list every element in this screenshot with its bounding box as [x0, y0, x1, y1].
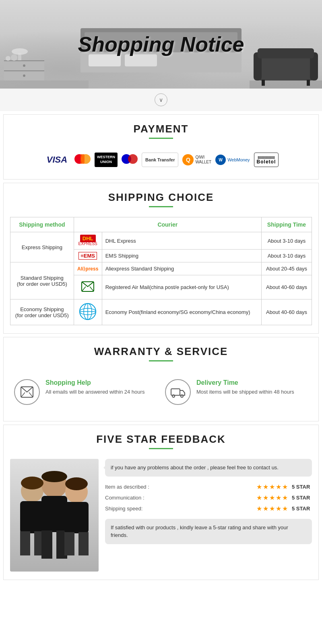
svg-point-5	[23, 74, 25, 77]
standard-method: Standard Shipping(for order over USD5)	[10, 262, 74, 299]
svg-line-24	[90, 287, 94, 291]
shopping-help-title: Shopping Help	[45, 379, 144, 386]
chevron-down-icon: ∨	[155, 93, 167, 106]
svg-rect-47	[64, 532, 74, 555]
rating-label-ship: Shipping speed:	[105, 506, 253, 512]
svg-line-31	[21, 392, 25, 397]
western-union-logo: WESTERNUNION	[95, 153, 118, 167]
payment-logos-row: VISA WESTERNUNION Bank Transfer Q QIWIWA…	[10, 149, 312, 171]
ems-time: About 3-10 days	[261, 250, 312, 262]
shipping-title: SHIPPING CHOICE	[10, 191, 312, 211]
dhl-courier-logo: DHL EXPRESS	[74, 232, 102, 250]
delivery-time-text: Delivery Time Most items will be shipped…	[196, 379, 294, 396]
airmail-icon	[80, 279, 96, 295]
rating-row-item: Item as described : ★★★★★ 5 STAR	[105, 481, 312, 492]
warranty-title: WARRANTY & SERVICE	[10, 345, 312, 365]
star-count-comm: 5 STAR	[292, 495, 312, 501]
shipping-table: Shipping method Courier Shipping Time Ex…	[10, 217, 312, 325]
svg-rect-10	[250, 80, 322, 89]
svg-rect-14	[258, 48, 314, 58]
boleto-logo: ||||||||||||||||||| Boletol	[254, 153, 279, 167]
col-header-courier: Courier	[74, 217, 261, 232]
warranty-grid: Shopping Help All emails will be answere…	[10, 371, 312, 413]
warranty-section: WARRANTY & SERVICE Shopping Help All ema…	[3, 337, 319, 421]
svg-rect-46	[64, 502, 89, 533]
payment-title: PAYMENT	[10, 123, 312, 142]
airmail-courier-logo	[74, 275, 102, 299]
shipping-section: SHIPPING CHOICE Shipping method Courier …	[3, 183, 319, 334]
svg-point-4	[23, 64, 25, 67]
svg-rect-16	[307, 80, 310, 86]
svg-rect-11	[258, 56, 314, 80]
dhl-courier-name: DHL Express	[102, 232, 261, 250]
svg-rect-48	[78, 532, 89, 555]
star-count-item: 5 STAR	[292, 484, 312, 490]
un-courier-logo	[74, 299, 102, 325]
warranty-item-delivery: Delivery Time Most items will be shipped…	[165, 379, 308, 405]
ratings-table: Item as described : ★★★★★ 5 STAR Communi…	[105, 481, 312, 514]
rating-label-item: Item as described :	[105, 484, 253, 490]
feedback-content: if you have any problems about the order…	[10, 459, 312, 572]
svg-point-51	[65, 477, 88, 490]
ali-courier-name: Aliexpress Standard Shipping	[102, 262, 261, 275]
rating-row-comm: Communication : ★★★★★ 5 STAR	[105, 492, 312, 503]
svg-rect-3	[4, 70, 44, 71]
stars-ship: ★★★★★	[256, 505, 289, 512]
table-row: Standard Shipping(for order over USD5) A…	[10, 262, 312, 275]
hero-title: Shopping Notice	[78, 32, 244, 56]
svg-rect-39	[20, 531, 30, 555]
svg-rect-2	[4, 60, 44, 61]
economy-courier-name: Economy Post(finland economy/SG economy/…	[102, 299, 261, 325]
table-row: Economy Shipping(for order under USD5) E…	[10, 299, 312, 325]
chevron-container: ∨	[0, 89, 322, 111]
stars-item: ★★★★★	[256, 483, 289, 491]
speech-bubble: if you have any problems about the order…	[105, 459, 312, 477]
col-header-method: Shipping method	[10, 217, 74, 232]
ems-courier-name: EMS Shipping	[102, 250, 261, 262]
furniture-right-svg	[250, 24, 322, 89]
webmoney-logo: W WebMoney	[215, 155, 250, 165]
svg-rect-42	[41, 496, 67, 532]
staff-silhouette	[10, 459, 99, 572]
svg-point-8	[6, 56, 10, 61]
economy-time: About 40-60 days	[261, 299, 312, 325]
delivery-time-desc: Most items will be shipped within 48 hou…	[196, 388, 294, 396]
maestro-logo	[122, 154, 138, 165]
rating-label-comm: Communication :	[105, 495, 253, 501]
col-header-time: Shipping Time	[261, 217, 312, 232]
express-method: Express Shipping	[10, 232, 74, 262]
shopping-help-text: Shopping Help All emails will be answere…	[45, 379, 144, 396]
warranty-item-shopping: Shopping Help All emails will be answere…	[14, 379, 157, 405]
svg-point-50	[41, 471, 67, 482]
feedback-right-panel: if you have any problems about the order…	[105, 459, 312, 572]
bottom-message: If satisfied with our products , kindly …	[105, 519, 312, 544]
svg-rect-33	[171, 389, 180, 395]
airmail-time: About 40-60 days	[261, 275, 312, 299]
svg-rect-15	[262, 80, 265, 86]
hero-section: Shopping Notice	[0, 0, 322, 89]
feedback-section: FIVE STAR FEEDBACK	[3, 425, 319, 580]
svg-point-7	[12, 48, 28, 55]
visa-logo: VISA	[43, 153, 70, 167]
furniture-left-svg	[0, 24, 89, 89]
bank-transfer-logo: Bank Transfer	[142, 153, 178, 167]
svg-rect-43	[41, 530, 52, 559]
ems-courier-logo: ≡EMS	[74, 250, 102, 262]
dhl-time: About 3-10 days	[261, 232, 312, 250]
un-logo-icon	[79, 303, 97, 320]
svg-line-32	[29, 392, 33, 397]
airmail-courier-name: Registered Air Mail(china post/e packet-…	[102, 275, 261, 299]
ali-courier-logo: Ali⟩press	[74, 262, 102, 275]
svg-rect-38	[20, 501, 44, 533]
svg-point-34	[172, 395, 175, 397]
ali-time: About 20-45 days	[261, 262, 312, 275]
economy-method: Economy Shipping(for order under USD5)	[10, 299, 74, 325]
truck-icon	[165, 379, 191, 405]
svg-point-49	[21, 477, 43, 489]
star-count-ship: 5 STAR	[292, 506, 312, 512]
payment-section: PAYMENT VISA WESTERNUNION Bank Transfer …	[3, 114, 319, 180]
qiwi-logo: Q QIWIWALLET	[182, 154, 211, 165]
svg-line-23	[82, 287, 86, 291]
delivery-time-title: Delivery Time	[196, 379, 294, 386]
svg-point-35	[181, 395, 183, 397]
